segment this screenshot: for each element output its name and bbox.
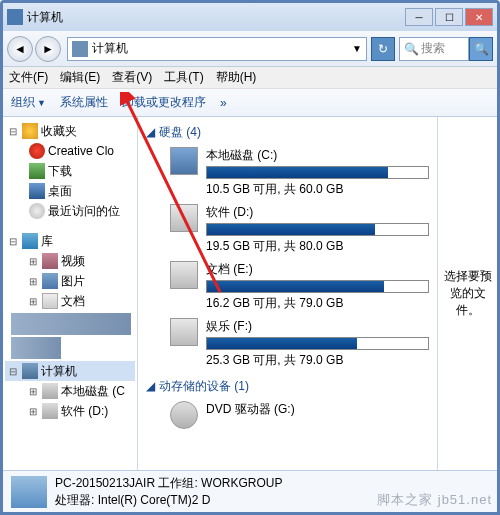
cc-icon xyxy=(29,143,45,159)
toolbar: 组织▼ 系统属性 卸载或更改程序 » xyxy=(3,89,497,117)
tree-creative-cloud[interactable]: Creative Clo xyxy=(5,141,135,161)
drive-name: 娱乐 (F:) xyxy=(206,318,429,335)
status-cpu: 处理器: Intel(R) Core(TM)2 D xyxy=(55,492,282,509)
tree-videos[interactable]: ⊞视频 xyxy=(5,251,135,271)
clock-icon xyxy=(29,203,45,219)
computer-icon xyxy=(22,363,38,379)
section-removable[interactable]: ◢动存储的设备 (1) xyxy=(146,375,429,397)
tree-pictures[interactable]: ⊞图片 xyxy=(5,271,135,291)
drive-info: 25.3 GB 可用, 共 79.0 GB xyxy=(206,352,429,369)
drive-name: 本地磁盘 (C:) xyxy=(206,147,429,164)
forward-button[interactable]: ► xyxy=(35,36,61,62)
menubar: 文件(F) 编辑(E) 查看(V) 工具(T) 帮助(H) xyxy=(3,67,497,89)
search-icon: 🔍 xyxy=(404,42,419,56)
usage-bar xyxy=(206,280,429,293)
navbar: ◄ ► 计算机 ▼ ↻ 🔍 搜索 🔍 xyxy=(3,31,497,67)
main-panel: ◢硬盘 (4) 本地磁盘 (C:)10.5 GB 可用, 共 60.0 GB软件… xyxy=(138,117,437,470)
menu-tools[interactable]: 工具(T) xyxy=(164,69,203,86)
drive-item[interactable]: 本地磁盘 (C:)10.5 GB 可用, 共 60.0 GB xyxy=(170,147,429,198)
usage-bar xyxy=(206,223,429,236)
menu-file[interactable]: 文件(F) xyxy=(9,69,48,86)
search-button[interactable]: 🔍 xyxy=(469,37,493,61)
usage-bar xyxy=(206,166,429,179)
drive-item[interactable]: 软件 (D:)19.5 GB 可用, 共 80.0 GB xyxy=(170,204,429,255)
video-icon xyxy=(42,253,58,269)
nav-tree: ⊟收藏夹 Creative Clo 下载 桌面 最近访问的位 ⊟库 ⊞视频 ⊞图… xyxy=(3,117,138,470)
drive-item[interactable]: 娱乐 (F:)25.3 GB 可用, 共 79.0 GB xyxy=(170,318,429,369)
drive-item[interactable]: 文档 (E:)16.2 GB 可用, 共 79.0 GB xyxy=(170,261,429,312)
status-bar: PC-20150213JAIR 工作组: WORKGROUP 处理器: Inte… xyxy=(3,470,497,512)
drive-icon xyxy=(170,147,198,175)
drive-icon xyxy=(42,383,58,399)
organize-button[interactable]: 组织▼ xyxy=(11,94,46,111)
drive-name: 软件 (D:) xyxy=(206,204,429,221)
tree-desktop[interactable]: 桌面 xyxy=(5,181,135,201)
tree-documents[interactable]: ⊞文档 xyxy=(5,291,135,311)
drive-icon xyxy=(170,261,198,289)
tree-favorites[interactable]: ⊟收藏夹 xyxy=(5,121,135,141)
tree-drive-d[interactable]: ⊞软件 (D:) xyxy=(5,401,135,421)
drive-icon xyxy=(170,204,198,232)
redacted-area xyxy=(11,313,131,335)
redacted-area xyxy=(11,337,61,359)
search-placeholder: 搜索 xyxy=(421,40,445,57)
system-properties-button[interactable]: 系统属性 xyxy=(60,94,108,111)
section-hdd[interactable]: ◢硬盘 (4) xyxy=(146,121,429,143)
computer-icon xyxy=(7,9,23,25)
computer-icon xyxy=(72,41,88,57)
chevron-down-icon[interactable]: ▼ xyxy=(352,43,362,54)
minimize-button[interactable]: ─ xyxy=(405,8,433,26)
titlebar: 计算机 ─ ☐ ✕ xyxy=(3,3,497,31)
tree-recent[interactable]: 最近访问的位 xyxy=(5,201,135,221)
menu-help[interactable]: 帮助(H) xyxy=(216,69,257,86)
status-hostname: PC-20150213JAIR 工作组: WORKGROUP xyxy=(55,475,282,492)
toolbar-overflow[interactable]: » xyxy=(220,96,227,110)
menu-view[interactable]: 查看(V) xyxy=(112,69,152,86)
drive-icon xyxy=(170,318,198,346)
document-icon xyxy=(42,293,58,309)
tree-libraries[interactable]: ⊟库 xyxy=(5,231,135,251)
address-text: 计算机 xyxy=(92,40,128,57)
drive-name: 文档 (E:) xyxy=(206,261,429,278)
tree-downloads[interactable]: 下载 xyxy=(5,161,135,181)
tree-drive-c[interactable]: ⊞本地磁盘 (C xyxy=(5,381,135,401)
search-input[interactable]: 🔍 搜索 xyxy=(399,37,469,61)
usage-bar xyxy=(206,337,429,350)
picture-icon xyxy=(42,273,58,289)
drive-info: 10.5 GB 可用, 共 60.0 GB xyxy=(206,181,429,198)
window-title: 计算机 xyxy=(27,9,405,26)
menu-edit[interactable]: 编辑(E) xyxy=(60,69,100,86)
refresh-button[interactable]: ↻ xyxy=(371,37,395,61)
library-icon xyxy=(22,233,38,249)
drive-info: 16.2 GB 可用, 共 79.0 GB xyxy=(206,295,429,312)
tree-computer[interactable]: ⊟计算机 xyxy=(5,361,135,381)
drive-icon xyxy=(42,403,58,419)
back-button[interactable]: ◄ xyxy=(7,36,33,62)
dvd-icon xyxy=(170,401,198,429)
drive-dvd[interactable]: DVD 驱动器 (G:) xyxy=(170,401,429,429)
desktop-icon xyxy=(29,183,45,199)
computer-icon xyxy=(11,476,47,508)
download-icon xyxy=(29,163,45,179)
uninstall-button[interactable]: 卸载或更改程序 xyxy=(122,94,206,111)
drive-info: 19.5 GB 可用, 共 80.0 GB xyxy=(206,238,429,255)
close-button[interactable]: ✕ xyxy=(465,8,493,26)
preview-pane: 选择要预览的文件。 xyxy=(437,117,497,470)
maximize-button[interactable]: ☐ xyxy=(435,8,463,26)
address-bar[interactable]: 计算机 ▼ xyxy=(67,37,367,61)
star-icon xyxy=(22,123,38,139)
